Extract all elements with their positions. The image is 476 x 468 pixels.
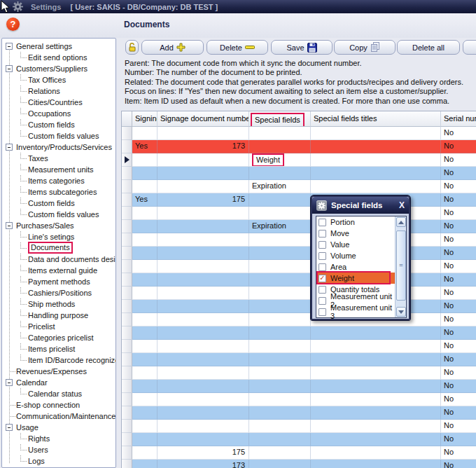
cell-serial[interactable]: No <box>441 207 476 220</box>
cell-number[interactable] <box>158 420 249 433</box>
grid-row[interactable]: 173No <box>122 460 476 468</box>
cell-number[interactable] <box>158 153 249 167</box>
grid-row[interactable]: Yes173No <box>122 140 476 153</box>
cell-number[interactable]: 175 <box>158 446 249 460</box>
sidebar-item-items-categories[interactable]: Items categories <box>2 175 115 186</box>
cell-serial[interactable]: No <box>441 446 476 460</box>
cell-selector[interactable] <box>122 140 132 153</box>
cell-selector[interactable] <box>122 420 132 433</box>
grid-row[interactable]: No <box>122 366 476 380</box>
checkbox-unchecked-icon[interactable] <box>318 297 326 305</box>
delete-button[interactable]: Delete <box>206 40 268 55</box>
cell-signing[interactable] <box>132 433 158 446</box>
cell-titles[interactable] <box>311 380 441 393</box>
cell-titles[interactable] <box>311 180 441 193</box>
cell-number[interactable] <box>158 353 249 366</box>
cell-selector[interactable] <box>122 260 132 273</box>
cell-signing[interactable] <box>132 460 158 468</box>
cell-selector[interactable] <box>122 366 132 380</box>
cell-signing[interactable] <box>132 260 158 273</box>
toolbar-partial-button[interactable] <box>463 40 476 55</box>
cell-signing[interactable] <box>132 233 158 247</box>
cell-serial[interactable]: No <box>441 313 476 326</box>
cell-special[interactable] <box>249 353 311 366</box>
sidebar-item-item-id-barcode-recognize[interactable]: Item ID/Barcode recognize <box>2 355 115 366</box>
sidebar-item-logs[interactable]: Logs <box>2 455 115 467</box>
sidebar-item-custom-fields[interactable]: Custom fields <box>2 198 115 209</box>
cell-serial[interactable]: No <box>441 247 476 260</box>
sidebar-item-calendar[interactable]: Calendar <box>2 377 115 388</box>
cell-titles[interactable] <box>311 406 441 420</box>
delete-all-button[interactable]: Delete all <box>397 40 460 55</box>
sidebar-item-purchases-sales[interactable]: Purchases/Sales <box>2 220 115 231</box>
grid-row[interactable]: No <box>122 420 476 433</box>
grid-row[interactable]: ExpirationNo <box>122 180 476 193</box>
cell-special[interactable] <box>249 247 311 260</box>
cell-special[interactable] <box>249 433 311 446</box>
sidebar-item-custom-fields-values[interactable]: Custom fields values <box>2 130 115 142</box>
collapse-minus-icon[interactable] <box>6 65 13 72</box>
sidebar-item-calendar-status[interactable]: Calendar status <box>2 388 115 399</box>
cell-selector[interactable] <box>122 353 132 366</box>
sidebar-item-revenues-expenses[interactable]: Revenues/Expenses <box>2 366 115 377</box>
cell-serial[interactable]: No <box>441 140 476 153</box>
cell-titles[interactable] <box>311 366 441 380</box>
scroll-up-icon[interactable] <box>396 217 406 227</box>
checkbox-checked-icon[interactable]: ✓ <box>318 275 326 282</box>
sidebar-item-payment-methods[interactable]: Payment methods <box>2 276 115 287</box>
cell-signing[interactable] <box>132 340 158 353</box>
cell-selector[interactable] <box>122 220 132 233</box>
cell-selector[interactable] <box>122 273 132 287</box>
sidebar-item-ship-methods[interactable]: Ship methods <box>2 298 115 310</box>
sidebar-item-documents[interactable]: Documents <box>2 242 115 254</box>
cell-titles[interactable] <box>311 460 441 468</box>
cell-selector[interactable] <box>122 300 132 313</box>
cell-special[interactable] <box>249 287 311 300</box>
cell-number[interactable] <box>158 207 249 220</box>
cell-special[interactable] <box>249 380 311 393</box>
sidebar-item-custom-fields-values[interactable]: Custom fields values <box>2 209 115 220</box>
grid-row[interactable]: No <box>122 340 476 353</box>
cell-titles[interactable] <box>311 433 441 446</box>
cell-serial[interactable]: No <box>441 127 476 140</box>
add-button[interactable]: Add <box>141 40 204 55</box>
popup-titlebar[interactable]: Special fields X <box>312 197 409 214</box>
cell-special[interactable] <box>249 393 311 406</box>
column-header-special-fields[interactable]: Special fields <box>249 111 311 127</box>
cell-special[interactable]: Weight <box>249 153 311 167</box>
cell-serial[interactable]: No <box>441 366 476 380</box>
lock-button[interactable] <box>125 40 139 55</box>
column-header-signage-document-number[interactable]: Signage document number <box>158 111 249 127</box>
cell-serial[interactable]: No <box>441 393 476 406</box>
sidebar-item-data-and-documents-desi[interactable]: Data and documents desi <box>2 254 115 265</box>
checkbox-unchecked-icon[interactable] <box>318 286 326 294</box>
window-titlebar[interactable]: Settings [ User: SAKIS - DB/Company: DB … <box>0 0 476 13</box>
cell-special[interactable] <box>249 167 311 180</box>
sidebar-item-taxes[interactable]: Taxes <box>2 153 115 164</box>
cell-serial[interactable]: No <box>441 260 476 273</box>
column-header-special-fields-titles[interactable]: Special fields titles <box>311 111 441 127</box>
cell-titles[interactable] <box>311 420 441 433</box>
cell-signing[interactable] <box>132 393 158 406</box>
cell-serial[interactable]: No <box>441 420 476 433</box>
cell-titles[interactable] <box>311 340 441 353</box>
sidebar-item-relations[interactable]: Relations <box>2 85 115 97</box>
cell-number[interactable] <box>158 180 249 193</box>
copy-button[interactable]: Copy <box>334 40 396 55</box>
collapse-minus-icon[interactable] <box>6 43 13 50</box>
grid-row[interactable]: No <box>122 207 476 220</box>
special-field-option-value[interactable]: Value <box>316 239 395 250</box>
cell-signing[interactable] <box>132 300 158 313</box>
cell-number[interactable] <box>158 380 249 393</box>
cell-selector[interactable] <box>122 340 132 353</box>
cell-signing[interactable] <box>132 180 158 193</box>
checkbox-unchecked-icon[interactable] <box>318 252 326 260</box>
sidebar-item-pricelist[interactable]: Pricelist <box>2 321 115 332</box>
grid-row[interactable]: No <box>122 300 476 313</box>
cell-selector[interactable] <box>122 380 132 393</box>
grid-row[interactable]: No <box>122 247 476 260</box>
cell-serial[interactable]: No <box>441 233 476 247</box>
grid-row[interactable]: No <box>122 380 476 393</box>
cell-signing[interactable] <box>132 220 158 233</box>
sidebar-item-occupations[interactable]: Occupations <box>2 108 115 119</box>
